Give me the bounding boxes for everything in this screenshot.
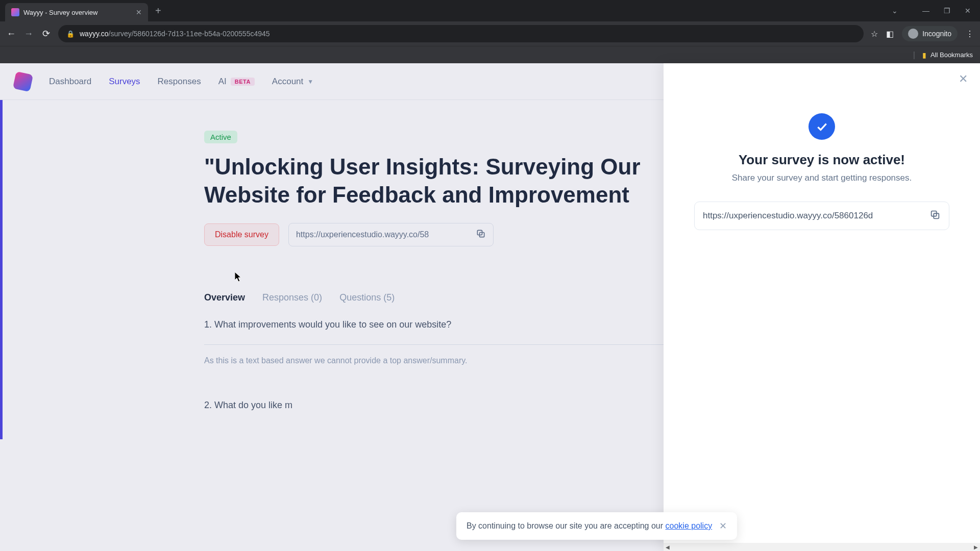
back-button[interactable]: ← — [6, 29, 16, 39]
bookmark-star-icon[interactable]: ☆ — [871, 29, 878, 39]
copy-icon[interactable] — [476, 229, 486, 241]
beta-badge: BETA — [231, 78, 255, 86]
cookie-close-button[interactable]: ✕ — [719, 520, 727, 532]
app-logo[interactable] — [13, 71, 33, 91]
panel-close-button[interactable]: ✕ — [959, 72, 968, 86]
question-note: As this is a text based answer we cannot… — [204, 356, 664, 365]
extensions-icon[interactable]: ◧ — [886, 29, 894, 39]
question-title: 1. What improvements would you like to s… — [204, 319, 664, 330]
horizontal-scrollbar[interactable]: ◀ ▶ — [664, 543, 980, 551]
app-header: Dashboard Surveys Responses AIBETA Accou… — [0, 63, 664, 100]
url-text: wayyy.co/survey/5860126d-7d13-11ee-b54a-… — [80, 30, 270, 38]
survey-url-text: https://uxperiencestudio.wayyy.co/58 — [296, 230, 470, 239]
success-check-icon — [808, 113, 835, 140]
nav-ai[interactable]: AIBETA — [218, 77, 255, 87]
panel-url-box[interactable]: https://uxperiencestudio.wayyy.co/586012… — [694, 202, 949, 230]
question-card: 1. What improvements would you like to s… — [204, 319, 664, 380]
tab-responses[interactable]: Responses (0) — [262, 292, 322, 305]
copy-icon[interactable] — [929, 209, 941, 222]
forward-button[interactable]: → — [23, 29, 34, 39]
tab-favicon — [11, 8, 19, 16]
incognito-icon — [908, 29, 918, 39]
tab-title: Wayyy - Survey overview — [23, 9, 132, 16]
scroll-right-arrow[interactable]: ▶ — [972, 543, 980, 551]
disable-survey-button[interactable]: Disable survey — [204, 223, 279, 246]
tab-overview[interactable]: Overview — [204, 292, 245, 305]
nav-dashboard[interactable]: Dashboard — [49, 77, 91, 87]
tab-questions[interactable]: Questions (5) — [339, 292, 395, 305]
nav-surveys[interactable]: Surveys — [109, 77, 140, 87]
nav-responses[interactable]: Responses — [158, 77, 201, 87]
reload-button[interactable]: ⟳ — [41, 28, 51, 39]
address-bar[interactable]: 🔒 wayyy.co/survey/5860126d-7d13-11ee-b54… — [58, 25, 864, 42]
panel-url-text: https://uxperiencestudio.wayyy.co/586012… — [703, 211, 923, 221]
accent-edge — [0, 100, 3, 439]
question-card: 2. What do you like m — [204, 400, 664, 439]
activation-panel: ✕ Your survey is now active! Share your … — [664, 63, 980, 551]
question-title: 2. What do you like m — [204, 400, 664, 411]
survey-title: "Unlocking User Insights: Surveying Our … — [204, 153, 664, 209]
bookmarks-folder-icon: ▮ — [922, 51, 926, 59]
cookie-banner: By continuing to browse our site you are… — [456, 512, 737, 540]
incognito-label: Incognito — [922, 30, 951, 38]
new-tab-button[interactable]: + — [155, 5, 161, 17]
browser-menu-icon[interactable]: ⋮ — [966, 29, 974, 39]
browser-tab[interactable]: Wayyy - Survey overview ✕ — [5, 3, 148, 21]
tabs-dropdown-icon[interactable]: ⌄ — [892, 7, 898, 15]
chevron-down-icon: ▼ — [307, 78, 313, 85]
divider — [204, 344, 664, 345]
window-minimize-icon[interactable]: ― — [922, 7, 929, 15]
window-maximize-icon[interactable]: ❐ — [944, 7, 950, 15]
status-badge: Active — [204, 131, 237, 143]
nav-account[interactable]: Account▼ — [272, 77, 313, 87]
bookmarks-divider: | — [913, 51, 915, 60]
lock-icon: 🔒 — [66, 30, 75, 38]
panel-subtitle: Share your survey and start getting resp… — [681, 173, 963, 183]
incognito-badge[interactable]: Incognito — [902, 26, 958, 41]
survey-url-box[interactable]: https://uxperiencestudio.wayyy.co/58 — [288, 223, 494, 246]
cookie-text: By continuing to browse our site you are… — [467, 521, 712, 531]
window-close-icon[interactable]: ✕ — [965, 7, 971, 15]
cookie-policy-link[interactable]: cookie policy — [666, 521, 713, 530]
all-bookmarks-button[interactable]: All Bookmarks — [930, 51, 973, 59]
scroll-left-arrow[interactable]: ◀ — [664, 543, 672, 551]
tab-close-icon[interactable]: ✕ — [136, 8, 142, 16]
panel-title: Your survey is now active! — [681, 152, 963, 168]
